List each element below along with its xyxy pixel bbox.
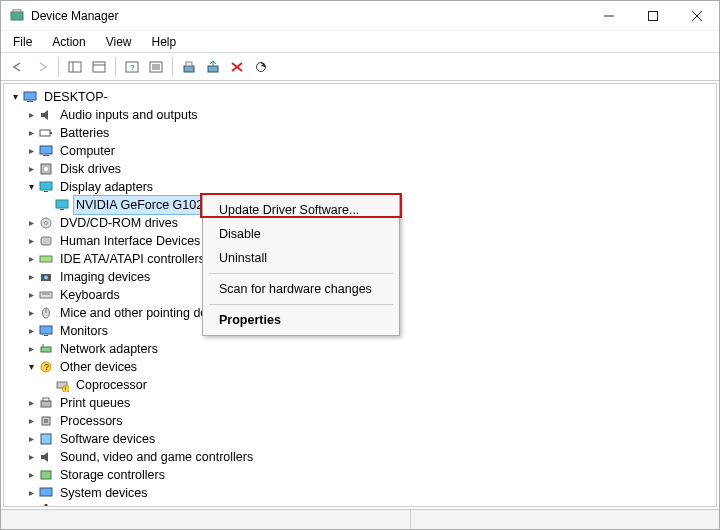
update-driver-button[interactable] — [178, 56, 200, 78]
menu-file[interactable]: File — [5, 33, 40, 51]
expand-icon[interactable]: ▸ — [24, 412, 38, 430]
expand-icon[interactable]: ▸ — [24, 502, 38, 507]
menu-help[interactable]: Help — [144, 33, 185, 51]
expand-icon[interactable]: ▸ — [24, 160, 38, 178]
svg-point-58 — [45, 504, 48, 507]
separator — [209, 304, 393, 305]
svg-rect-31 — [60, 209, 64, 210]
expand-icon[interactable]: ▸ — [24, 394, 38, 412]
tree-category-label[interactable]: IDE ATA/ATAPI controllers — [58, 250, 207, 268]
expand-icon[interactable]: ▸ — [24, 142, 38, 160]
tree-category[interactable]: ▸Batteries — [4, 124, 716, 142]
tree-category-label[interactable]: Keyboards — [58, 286, 122, 304]
tree-category[interactable]: ▾?Other devices — [4, 358, 716, 376]
tree-category[interactable]: ▸Storage controllers — [4, 466, 716, 484]
tree-category[interactable]: ▸System devices — [4, 484, 716, 502]
tree-category-label[interactable]: Universal Serial Bus controllers — [58, 502, 236, 507]
show-hide-tree-button[interactable] — [64, 56, 86, 78]
tree-category[interactable]: ▸Processors — [4, 412, 716, 430]
back-button[interactable] — [7, 56, 29, 78]
software-icon — [38, 432, 54, 446]
tree-category-label[interactable]: Storage controllers — [58, 466, 167, 484]
menu-action[interactable]: Action — [44, 33, 93, 51]
tree-category-label[interactable]: DVD/CD-ROM drives — [58, 214, 180, 232]
tree-device-label[interactable]: Coprocessor — [74, 376, 149, 394]
expand-icon[interactable]: ▸ — [24, 250, 38, 268]
forward-button[interactable] — [31, 56, 53, 78]
tree-category-label[interactable]: Disk drives — [58, 160, 123, 178]
tree-category-label[interactable]: Imaging devices — [58, 268, 152, 286]
tree-category-label[interactable]: Sound, video and game controllers — [58, 448, 255, 466]
expand-icon[interactable]: ▸ — [24, 484, 38, 502]
collapse-icon[interactable]: ▾ — [8, 88, 22, 106]
expand-icon[interactable]: ▸ — [24, 124, 38, 142]
ctx-properties[interactable]: Properties — [205, 308, 397, 332]
tree-category-label[interactable]: Print queues — [58, 394, 132, 412]
help-button[interactable]: ? — [121, 56, 143, 78]
expand-icon[interactable]: ▸ — [24, 286, 38, 304]
scan-button[interactable] — [250, 56, 272, 78]
tree-category[interactable]: ▸Audio inputs and outputs — [4, 106, 716, 124]
expand-icon[interactable]: ▸ — [24, 340, 38, 358]
tree-category-label[interactable]: System devices — [58, 484, 150, 502]
tree-category-label[interactable]: Display adapters — [58, 178, 155, 196]
minimize-button[interactable] — [587, 2, 631, 30]
expand-icon[interactable]: ▸ — [24, 430, 38, 448]
svg-text:?: ? — [130, 63, 135, 72]
tree-root[interactable]: ▾DESKTOP- — [4, 88, 716, 106]
maximize-button[interactable] — [631, 2, 675, 30]
device-icon: ! — [54, 378, 70, 392]
expand-icon[interactable]: ▸ — [24, 106, 38, 124]
ctx-scan[interactable]: Scan for hardware changes — [205, 277, 397, 301]
collapse-icon[interactable]: ▾ — [24, 358, 38, 376]
tree-category-label[interactable]: Audio inputs and outputs — [58, 106, 200, 124]
tree-category[interactable]: ▸Software devices — [4, 430, 716, 448]
tree-category[interactable]: ▸Network adapters — [4, 340, 716, 358]
expand-icon[interactable]: ▸ — [24, 448, 38, 466]
app-icon — [9, 8, 25, 24]
separator — [58, 57, 59, 77]
tree-category[interactable]: ▸Sound, video and game controllers — [4, 448, 716, 466]
tree-category[interactable]: ▸Universal Serial Bus controllers — [4, 502, 716, 507]
svg-rect-0 — [11, 12, 23, 20]
separator — [172, 57, 173, 77]
tree-device[interactable]: !Coprocessor — [4, 376, 716, 394]
tree-category[interactable]: ▸Computer — [4, 142, 716, 160]
tree-category-label[interactable]: Other devices — [58, 358, 139, 376]
window-title: Device Manager — [31, 9, 587, 23]
close-button[interactable] — [675, 2, 719, 30]
computer-icon — [22, 90, 38, 104]
expand-icon[interactable]: ▸ — [24, 304, 38, 322]
expand-icon[interactable]: ▸ — [24, 466, 38, 484]
svg-rect-23 — [50, 132, 52, 134]
menu-view[interactable]: View — [98, 33, 140, 51]
tree-category-label[interactable]: Human Interface Devices — [58, 232, 202, 250]
tree-category-label[interactable]: Monitors — [58, 322, 110, 340]
disk-icon — [38, 162, 54, 176]
tree-category[interactable]: ▸Print queues — [4, 394, 716, 412]
tree-category-label[interactable]: Processors — [58, 412, 125, 430]
ctx-update-driver[interactable]: Update Driver Software... — [205, 198, 397, 222]
properties-button[interactable] — [88, 56, 110, 78]
tree-category[interactable]: ▸Disk drives — [4, 160, 716, 178]
expand-icon[interactable]: ▸ — [24, 214, 38, 232]
dvd-icon — [38, 216, 54, 230]
separator — [209, 273, 393, 274]
tree-root-label[interactable]: DESKTOP- — [42, 88, 110, 106]
list-button[interactable] — [145, 56, 167, 78]
imaging-icon — [38, 270, 54, 284]
ctx-uninstall[interactable]: Uninstall — [205, 246, 397, 270]
ctx-disable[interactable]: Disable — [205, 222, 397, 246]
tree-device-label[interactable]: NVIDIA GeForce G102M — [74, 196, 216, 214]
tree-category-label[interactable]: Computer — [58, 142, 117, 160]
tree-category-label[interactable]: Network adapters — [58, 340, 160, 358]
tree-category-label[interactable]: Batteries — [58, 124, 111, 142]
disable-button[interactable] — [226, 56, 248, 78]
collapse-icon[interactable]: ▾ — [24, 178, 38, 196]
expand-icon[interactable]: ▸ — [24, 322, 38, 340]
uninstall-button[interactable] — [202, 56, 224, 78]
expand-icon[interactable]: ▸ — [24, 232, 38, 250]
tree-category-label[interactable]: Software devices — [58, 430, 157, 448]
expand-icon[interactable]: ▸ — [24, 268, 38, 286]
svg-rect-20 — [24, 92, 36, 100]
